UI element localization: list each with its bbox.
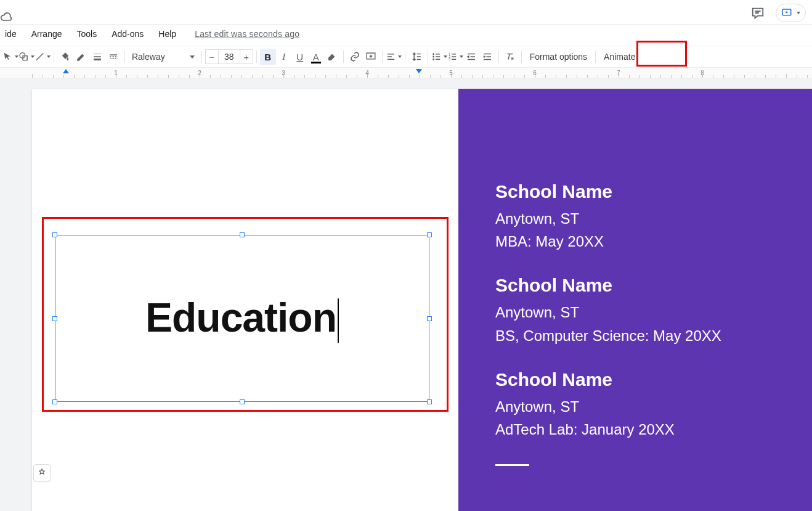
font-family-label: Raleway <box>132 52 165 62</box>
separator <box>201 51 202 63</box>
svg-text:3: 3 <box>449 58 450 61</box>
font-family-select[interactable]: Raleway <box>128 52 198 62</box>
select-tool[interactable] <box>2 49 18 65</box>
add-comment-button[interactable] <box>363 49 379 65</box>
border-dash-button[interactable] <box>105 49 121 65</box>
school-location: Anytown, ST <box>495 395 778 418</box>
chevron-down-icon <box>460 55 463 58</box>
text-color-button[interactable]: A <box>308 49 324 65</box>
border-color-button[interactable] <box>73 49 89 65</box>
svg-point-5 <box>433 56 434 57</box>
resize-handle[interactable] <box>52 399 57 404</box>
animate-button[interactable]: Animate <box>599 49 640 65</box>
separator <box>595 51 596 63</box>
comments-icon[interactable] <box>751 6 765 20</box>
resize-handle[interactable] <box>52 316 57 321</box>
resize-handle[interactable] <box>427 399 432 404</box>
education-item: School Name Anytown, ST AdTech Lab: Janu… <box>495 369 778 441</box>
ruler-number: 1 <box>114 70 118 76</box>
separator <box>521 51 522 63</box>
italic-button[interactable]: I <box>276 49 292 65</box>
education-item: School Name Anytown, ST BS, Computer Sci… <box>495 275 778 346</box>
title-text-value: Education <box>145 295 336 340</box>
school-location: Anytown, ST <box>495 301 778 324</box>
highlight-color-button[interactable] <box>324 49 340 65</box>
menu-bar: ide Arrange Tools Add-ons Help Last edit… <box>0 25 812 43</box>
school-location: Anytown, ST <box>495 207 778 230</box>
chevron-down-icon <box>797 12 800 14</box>
indent-decrease-button[interactable] <box>463 49 479 65</box>
separator <box>343 51 344 63</box>
font-size-increase[interactable]: + <box>240 49 253 64</box>
font-size-decrease[interactable]: − <box>205 49 219 64</box>
chevron-down-icon <box>190 55 195 59</box>
bulleted-list-button[interactable] <box>431 49 447 65</box>
slide[interactable]: School Name Anytown, ST MBA: May 20XX Sc… <box>32 89 812 511</box>
school-detail: BS, Computer Science: May 20XX <box>495 324 778 347</box>
school-name: School Name <box>495 275 778 296</box>
toolbar: Raleway − + B I U A 123 <box>0 46 812 68</box>
saved-icon <box>0 11 12 21</box>
shape-tool[interactable] <box>18 49 35 65</box>
ruler-number: 6 <box>533 70 537 76</box>
education-item: School Name Anytown, ST MBA: May 20XX <box>495 181 778 253</box>
svg-point-6 <box>433 59 434 60</box>
font-size-input[interactable] <box>219 49 240 64</box>
ruler-number: 2 <box>198 70 201 76</box>
separator <box>428 51 428 63</box>
line-tool[interactable] <box>35 49 51 65</box>
ruler[interactable]: 12345678 <box>0 68 812 79</box>
ruler-number: 5 <box>449 70 453 76</box>
separator <box>54 51 54 63</box>
menu-help[interactable]: Help <box>156 28 179 40</box>
present-button[interactable] <box>776 4 806 22</box>
menu-tools[interactable]: Tools <box>75 28 100 40</box>
canvas[interactable]: School Name Anytown, ST MBA: May 20XX Sc… <box>0 79 812 511</box>
resize-handle[interactable] <box>427 232 432 237</box>
separator <box>256 51 257 63</box>
resize-handle[interactable] <box>240 232 245 237</box>
ruler-left-indent[interactable] <box>63 69 69 73</box>
resize-handle[interactable] <box>427 316 432 321</box>
chevron-down-icon <box>47 55 51 58</box>
border-weight-button[interactable] <box>89 49 105 65</box>
separator <box>124 51 125 63</box>
chevron-down-icon <box>398 55 402 58</box>
clear-formatting-button[interactable] <box>502 49 518 65</box>
bold-button[interactable]: B <box>260 49 276 65</box>
insert-link-button[interactable] <box>347 49 363 65</box>
last-edit-link[interactable]: Last edit was seconds ago <box>195 29 299 39</box>
ruler-right-indent[interactable] <box>416 69 422 73</box>
fill-color-button[interactable] <box>57 49 73 65</box>
title-text[interactable]: Education <box>145 294 339 343</box>
education-details-panel[interactable]: School Name Anytown, ST MBA: May 20XX Sc… <box>458 89 812 511</box>
school-detail: AdTech Lab: January 20XX <box>495 418 778 441</box>
menu-addons[interactable]: Add-ons <box>109 28 146 40</box>
title-bar <box>0 0 812 25</box>
resize-handle[interactable] <box>52 232 57 237</box>
numbered-list-button[interactable]: 123 <box>447 49 463 65</box>
school-name: School Name <box>495 181 778 202</box>
svg-point-4 <box>433 54 434 54</box>
resize-handle[interactable] <box>240 399 245 404</box>
ruler-number: 4 <box>365 70 369 76</box>
ruler-number: 3 <box>282 70 285 76</box>
divider <box>495 464 529 466</box>
line-spacing-button[interactable] <box>408 49 424 65</box>
underline-button[interactable]: U <box>292 49 308 65</box>
separator <box>382 51 383 63</box>
menu-arrange[interactable]: Arrange <box>29 28 65 40</box>
ruler-number: 7 <box>617 70 620 76</box>
explore-button[interactable] <box>33 464 51 481</box>
indent-increase-button[interactable] <box>479 49 495 65</box>
school-name: School Name <box>495 369 778 390</box>
title-text-box[interactable]: Education <box>55 235 429 402</box>
separator <box>498 51 499 63</box>
separator <box>405 51 405 63</box>
align-button[interactable] <box>386 49 402 65</box>
ruler-number: 8 <box>700 70 704 76</box>
school-detail: MBA: May 20XX <box>495 230 778 253</box>
menu-slide[interactable]: ide <box>2 28 19 40</box>
format-options-button[interactable]: Format options <box>525 49 592 65</box>
text-caret <box>338 298 339 343</box>
